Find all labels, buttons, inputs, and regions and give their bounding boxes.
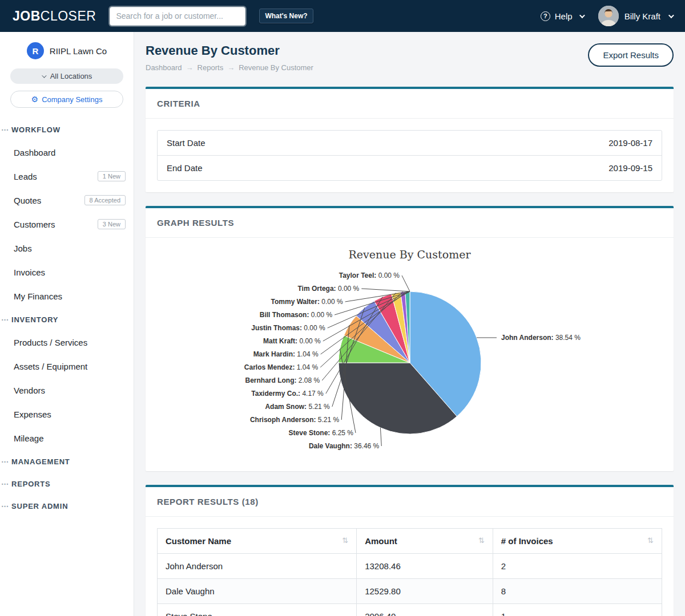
- sidebar-section-super-admin: ⋯SUPER ADMIN: [0, 495, 134, 517]
- section-dashes-icon: ⋯: [1, 125, 8, 134]
- sidebar-section-header: ⋯REPORTS: [0, 472, 134, 495]
- location-selector-label: All Locations: [50, 72, 92, 80]
- section-dashes-icon: ⋯: [1, 315, 8, 324]
- column-header-customer-name[interactable]: Customer Name⇅: [158, 529, 357, 554]
- sort-icon: ⇅: [342, 536, 348, 545]
- sidebar-section-header: ⋯WORKFLOW: [0, 118, 134, 140]
- criteria-label: End Date: [167, 163, 203, 173]
- sidebar-section-label: INVENTORY: [11, 315, 58, 324]
- criteria-row-start-date: Start Date2019-08-17: [158, 131, 662, 155]
- table-cell: 1: [493, 604, 662, 616]
- pie-label-bill-thomason: Bill Thomason: 0.00 %: [260, 311, 333, 319]
- breadcrumb: Dashboard→Reports→Revenue By Customer: [146, 63, 313, 72]
- table-cell: 2006.40: [357, 604, 493, 616]
- section-dashes-icon: ⋯: [1, 457, 8, 466]
- company-settings-button[interactable]: ⚙ Company Settings: [10, 91, 123, 108]
- criteria-card: CRITERIA Start Date2019-08-17End Date201…: [146, 87, 674, 192]
- sidebar-item-label: My Finances: [14, 291, 62, 301]
- table-cell: 8: [493, 579, 662, 604]
- pie-chart: Taylor Teel: 0.00 %Tim Ortega: 0.00 %Tom…: [157, 263, 662, 460]
- gear-icon: ⚙: [31, 95, 39, 103]
- sidebar-section-management: ⋯MANAGEMENT: [0, 450, 134, 472]
- table-cell: Dale Vaughn: [158, 579, 357, 604]
- sidebar-item-label: Mileage: [14, 433, 44, 443]
- criteria-label: Start Date: [167, 138, 206, 148]
- table-row-john-anderson[interactable]: John Anderson13208.462: [158, 554, 662, 579]
- search-input[interactable]: [110, 7, 245, 26]
- table-cell: 2: [493, 554, 662, 579]
- user-menu[interactable]: Billy Kraft: [598, 6, 672, 26]
- sidebar-item-invoices[interactable]: Invoices: [0, 260, 134, 284]
- location-selector[interactable]: All Locations: [10, 68, 123, 84]
- report-card: REPORT RESULTS (18) Customer Name⇅Amount…: [146, 485, 674, 616]
- sort-icon: ⇅: [478, 536, 485, 545]
- sidebar-item-label: Invoices: [14, 268, 45, 277]
- sidebar-section-inventory: ⋯INVENTORYProducts / ServicesAssets / Eq…: [0, 308, 134, 450]
- sidebar-item-products-services[interactable]: Products / Services: [0, 330, 134, 354]
- export-results-button[interactable]: Export Results: [588, 43, 674, 67]
- criteria-heading: CRITERIA: [146, 89, 674, 119]
- sidebar-section-workflow: ⋯WORKFLOWDashboardLeads1 NewQuotes8 Acce…: [0, 118, 134, 308]
- report-table: Customer Name⇅Amount⇅# of Invoices⇅ John…: [157, 528, 662, 616]
- pie-label-carlos-mendez: Carlos Mendez: 1.04 %: [244, 363, 319, 371]
- app-logo-light: CLOSER: [41, 9, 96, 23]
- breadcrumb-item-revenue-by-customer: Revenue By Customer: [239, 63, 313, 72]
- graph-heading: GRAPH RESULTS: [146, 208, 674, 238]
- pie-label-mark-hardin: Mark Hardin: 1.04 %: [253, 350, 319, 358]
- sidebar-nav: ⋯WORKFLOWDashboardLeads1 NewQuotes8 Acce…: [0, 118, 134, 517]
- sidebar-item-label: Assets / Equipment: [14, 362, 87, 371]
- table-row-dale-vaughn[interactable]: Dale Vaughn12529.808: [158, 579, 662, 604]
- criteria-box: Start Date2019-08-17End Date2019-09-15: [157, 130, 662, 181]
- column-header-amount[interactable]: Amount⇅: [357, 529, 493, 554]
- sort-icon: ⇅: [647, 536, 654, 545]
- sidebar-item-label: Customers: [14, 220, 55, 229]
- app-logo[interactable]: JOBCLOSER: [13, 9, 96, 24]
- sidebar-section-reports: ⋯REPORTS: [0, 472, 134, 495]
- company-header: R RIIPL Lawn Co: [0, 42, 134, 68]
- pie-label-steve-stone: Steve Stone: 6.25 %: [289, 429, 354, 437]
- user-name: Billy Kraft: [624, 11, 660, 21]
- breadcrumb-item-dashboard[interactable]: Dashboard: [146, 63, 182, 72]
- sidebar-item-assets-equipment[interactable]: Assets / Equipment: [0, 354, 134, 378]
- sidebar-item-badge: 3 New: [98, 219, 126, 229]
- section-dashes-icon: ⋯: [1, 502, 8, 510]
- app-logo-bold: JOB: [13, 9, 41, 23]
- pie-callout-line-taylor-teel: [402, 275, 410, 291]
- criteria-value: 2019-09-15: [609, 163, 652, 173]
- chevron-down-icon: [42, 73, 46, 78]
- column-header-label: # of Invoices: [501, 536, 553, 546]
- sidebar-item-quotes[interactable]: Quotes8 Accepted: [0, 188, 134, 212]
- sidebar-item-vendors[interactable]: Vendors: [0, 378, 134, 402]
- pie-label-justin-thomas: Justin Thomas: 0.00 %: [251, 324, 325, 332]
- pie-label-bernhard-long: Bernhard Long: 2.08 %: [245, 376, 320, 384]
- sidebar: R RIIPL Lawn Co All Locations ⚙ Company …: [0, 32, 134, 616]
- main-content: Revenue By Customer Dashboard→Reports→Re…: [134, 32, 685, 616]
- sidebar-item-label: Dashboard: [14, 148, 55, 157]
- sidebar-item-expenses[interactable]: Expenses: [0, 402, 134, 426]
- table-row-steve-stone[interactable]: Steve Stone2006.401: [158, 604, 662, 616]
- sidebar-item-mileage[interactable]: Mileage: [0, 426, 134, 450]
- top-navbar: JOBCLOSER What's New? ? Help Billy Kraft: [0, 0, 685, 32]
- whats-new-button[interactable]: What's New?: [259, 9, 313, 23]
- sidebar-item-dashboard[interactable]: Dashboard: [0, 140, 134, 164]
- help-icon: ?: [541, 11, 550, 21]
- sidebar-item-label: Leads: [14, 172, 37, 181]
- table-cell: 13208.46: [357, 554, 493, 579]
- sidebar-section-label: REPORTS: [11, 480, 50, 488]
- column-header-of-invoices[interactable]: # of Invoices⇅: [493, 529, 662, 554]
- sidebar-item-jobs[interactable]: Jobs: [0, 236, 134, 260]
- pie-label-chrisoph-anderson: Chrisoph Anderson: 5.21 %: [250, 416, 340, 424]
- sidebar-section-label: MANAGEMENT: [11, 457, 70, 466]
- section-dashes-icon: ⋯: [1, 480, 8, 488]
- sidebar-item-my-finances[interactable]: My Finances: [0, 284, 134, 308]
- sidebar-section-label: SUPER ADMIN: [11, 502, 68, 510]
- company-settings-label: Company Settings: [42, 95, 102, 104]
- sidebar-item-leads[interactable]: Leads1 New: [0, 164, 134, 188]
- breadcrumb-item-reports[interactable]: Reports: [198, 63, 224, 72]
- sidebar-section-label: WORKFLOW: [11, 125, 61, 134]
- help-label: Help: [555, 11, 573, 21]
- table-cell: John Anderson: [158, 554, 357, 579]
- page-title: Revenue By Customer: [146, 43, 313, 58]
- help-menu[interactable]: ? Help: [541, 11, 583, 21]
- sidebar-item-customers[interactable]: Customers3 New: [0, 212, 134, 236]
